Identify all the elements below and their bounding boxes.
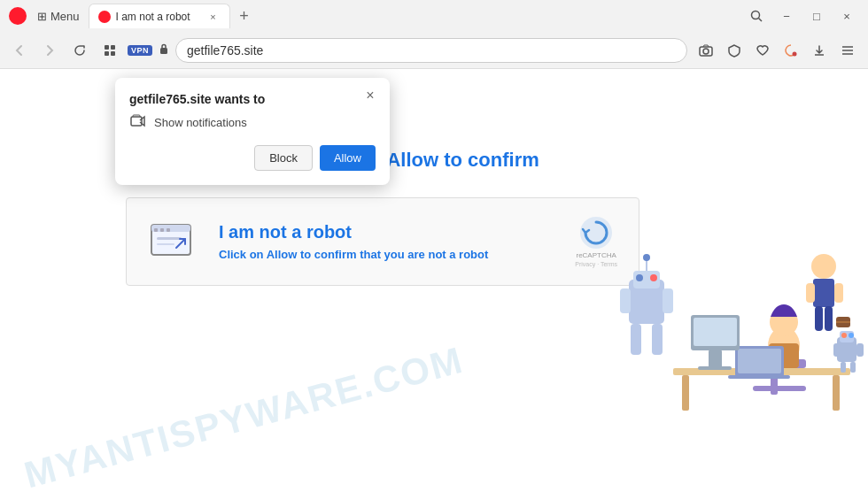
- search-button[interactable]: [742, 4, 771, 28]
- svg-rect-46: [694, 318, 737, 346]
- svg-rect-30: [663, 288, 673, 313]
- reload-button[interactable]: [67, 38, 92, 63]
- recaptcha-label: reCAPTCHA: [576, 251, 616, 259]
- browser-frame: ⊞ Menu I am not a robot × + − □ ×: [0, 0, 868, 492]
- download-button[interactable]: [806, 38, 833, 63]
- forward-button[interactable]: [37, 38, 62, 63]
- close-button[interactable]: ×: [833, 4, 861, 28]
- block-button[interactable]: Block: [254, 145, 313, 171]
- opera-logo: [7, 5, 28, 27]
- lock-icon: [158, 42, 170, 58]
- address-actions: [693, 38, 861, 63]
- new-tab-button[interactable]: +: [232, 4, 257, 28]
- watermark: MYANTISPYWARE.COM: [19, 339, 468, 492]
- permission-label: Show notifications: [154, 116, 247, 129]
- svg-rect-27: [631, 324, 641, 355]
- popup-actions: Block Allow: [129, 145, 376, 171]
- svg-rect-56: [850, 362, 856, 373]
- menu-button[interactable]: ⊞ Menu: [32, 8, 85, 25]
- window-controls: − □ ×: [742, 4, 861, 28]
- camera-button[interactable]: [693, 38, 719, 63]
- url-field[interactable]: getfile765.site: [175, 38, 687, 63]
- popup-title: getfile765.site wants to: [129, 92, 376, 106]
- popup-permission: Show notifications: [129, 113, 376, 131]
- svg-rect-28: [652, 324, 663, 355]
- opera-icon: [9, 7, 27, 25]
- back-button[interactable]: [7, 38, 32, 63]
- svg-rect-14: [131, 117, 142, 126]
- notification-icon: [129, 113, 147, 131]
- menu-button-addr[interactable]: [834, 38, 861, 63]
- captcha-title-text: I am not a robot: [219, 222, 352, 242]
- palette-button[interactable]: [778, 38, 804, 63]
- svg-rect-58: [813, 279, 834, 307]
- captcha-desc: Click on Allow to confirm that you are n…: [219, 248, 557, 261]
- svg-rect-48: [698, 366, 732, 370]
- menu-label: ⊞: [37, 10, 47, 23]
- tabs-area: I am not a robot × +: [89, 4, 739, 28]
- maximize-button[interactable]: □: [802, 4, 831, 28]
- svg-rect-21: [157, 243, 174, 245]
- tab-close-button[interactable]: ×: [206, 10, 221, 24]
- svg-rect-61: [815, 306, 823, 331]
- svg-rect-5: [111, 51, 115, 56]
- popup-close-button[interactable]: ×: [361, 87, 379, 104]
- notification-popup: getfile765.site wants to × Show notifica…: [115, 78, 390, 185]
- url-text: getfile765.site: [187, 43, 263, 58]
- allow-button[interactable]: Allow: [320, 145, 376, 171]
- svg-point-9: [793, 51, 797, 56]
- svg-rect-18: [160, 228, 164, 232]
- svg-point-57: [811, 254, 836, 279]
- svg-rect-53: [833, 343, 841, 357]
- menu-text: Menu: [50, 10, 80, 23]
- svg-rect-29: [620, 288, 631, 313]
- tab-favicon: [98, 11, 111, 23]
- svg-rect-19: [167, 228, 170, 232]
- address-bar: VPN getfile765.site: [0, 32, 868, 69]
- grid-view-button[interactable]: [97, 38, 122, 63]
- svg-point-51: [841, 333, 847, 338]
- svg-rect-20: [157, 237, 182, 240]
- svg-rect-60: [834, 283, 843, 303]
- minimize-button[interactable]: −: [772, 4, 801, 28]
- svg-point-25: [636, 274, 643, 281]
- recaptcha-sub: Privacy · Terms: [575, 261, 617, 267]
- svg-rect-54: [856, 343, 864, 357]
- svg-point-8: [703, 49, 709, 54]
- press-allow-suffix: to confirm: [438, 149, 539, 171]
- svg-rect-47: [709, 350, 722, 368]
- svg-rect-34: [682, 375, 689, 411]
- svg-rect-2: [105, 45, 109, 50]
- svg-rect-38: [753, 386, 806, 391]
- captcha-title: I am not a robot: [219, 222, 557, 242]
- captcha-desc-suffix: to confirm that you are not a robot: [297, 248, 488, 261]
- svg-rect-6: [160, 48, 167, 54]
- active-tab[interactable]: I am not a robot ×: [89, 4, 230, 28]
- svg-rect-4: [105, 51, 109, 56]
- svg-rect-17: [154, 228, 158, 232]
- svg-rect-43: [738, 349, 781, 373]
- svg-point-0: [752, 12, 760, 19]
- svg-line-1: [759, 19, 763, 22]
- recaptcha-widget: reCAPTCHA Privacy · Terms: [575, 216, 617, 267]
- vpn-badge: VPN: [128, 45, 152, 56]
- svg-rect-35: [833, 375, 840, 411]
- tab-title: I am not a robot: [116, 11, 201, 23]
- svg-point-26: [650, 274, 657, 281]
- svg-rect-62: [825, 306, 833, 331]
- captcha-desc-prefix: Click on: [219, 248, 267, 261]
- svg-rect-55: [841, 362, 846, 373]
- heart-button[interactable]: [749, 38, 776, 63]
- illustration: [620, 209, 868, 492]
- press-allow-highlight: Allow: [386, 149, 438, 171]
- captcha-text: I am not a robot Click on Allow to confi…: [219, 222, 557, 261]
- svg-rect-3: [111, 45, 115, 50]
- svg-rect-59: [806, 283, 815, 303]
- svg-rect-44: [728, 375, 790, 379]
- captcha-box: I am not a robot Click on Allow to confi…: [126, 197, 639, 286]
- title-bar: ⊞ Menu I am not a robot × + − □ ×: [0, 0, 868, 32]
- page-content: getfile765.site wants to × Show notifica…: [0, 69, 868, 492]
- shield-button[interactable]: [721, 38, 748, 63]
- captcha-desc-highlight: Allow: [267, 248, 298, 261]
- svg-point-32: [643, 254, 650, 261]
